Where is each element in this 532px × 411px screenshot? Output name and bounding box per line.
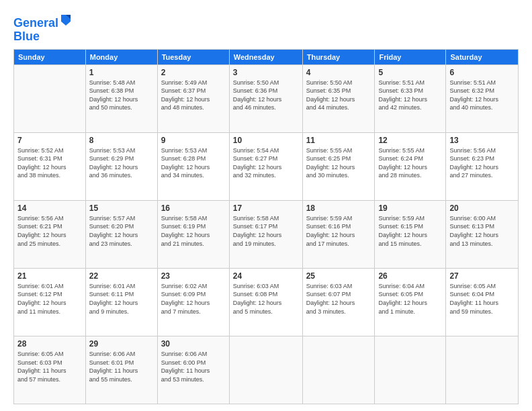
day-info: Sunrise: 6:00 AM Sunset: 6:13 PM Dayligh… [449, 214, 515, 248]
day-info: Sunrise: 6:02 AM Sunset: 6:09 PM Dayligh… [161, 282, 226, 316]
calendar-cell: 22Sunrise: 6:01 AM Sunset: 6:11 PM Dayli… [85, 268, 157, 336]
calendar-cell: 23Sunrise: 6:02 AM Sunset: 6:09 PM Dayli… [157, 268, 229, 336]
header-wednesday: Wednesday [229, 49, 302, 64]
calendar-cell: 21Sunrise: 6:01 AM Sunset: 6:12 PM Dayli… [14, 268, 86, 336]
day-number: 1 [89, 68, 154, 77]
calendar-cell: 10Sunrise: 5:54 AM Sunset: 6:27 PM Dayli… [229, 132, 302, 200]
logo-general: General [13, 16, 58, 30]
header-friday: Friday [375, 49, 446, 64]
calendar-cell: 16Sunrise: 5:58 AM Sunset: 6:19 PM Dayli… [157, 200, 229, 268]
day-info: Sunrise: 6:04 AM Sunset: 6:05 PM Dayligh… [378, 282, 442, 316]
day-info: Sunrise: 6:06 AM Sunset: 6:01 PM Dayligh… [89, 350, 154, 383]
day-number: 23 [161, 271, 226, 281]
day-info: Sunrise: 5:57 AM Sunset: 6:20 PM Dayligh… [89, 214, 154, 248]
day-info: Sunrise: 5:54 AM Sunset: 6:27 PM Dayligh… [233, 146, 299, 180]
calendar-cell: 29Sunrise: 6:06 AM Sunset: 6:01 PM Dayli… [85, 336, 157, 404]
day-info: Sunrise: 5:58 AM Sunset: 6:17 PM Dayligh… [233, 214, 299, 248]
day-number: 15 [89, 203, 154, 213]
day-info: Sunrise: 6:05 AM Sunset: 6:03 PM Dayligh… [17, 350, 82, 383]
calendar-cell: 5Sunrise: 5:51 AM Sunset: 6:33 PM Daylig… [375, 64, 446, 132]
calendar-cell: 24Sunrise: 6:03 AM Sunset: 6:08 PM Dayli… [229, 268, 302, 336]
day-number: 7 [17, 136, 82, 145]
day-number: 12 [378, 136, 442, 145]
logo: General Blue [13, 12, 72, 44]
day-info: Sunrise: 6:06 AM Sunset: 6:00 PM Dayligh… [161, 350, 226, 383]
header-saturday: Saturday [446, 49, 519, 64]
day-number: 5 [378, 68, 442, 77]
day-info: Sunrise: 6:01 AM Sunset: 6:12 PM Dayligh… [17, 282, 82, 316]
calendar-cell: 28Sunrise: 6:05 AM Sunset: 6:03 PM Dayli… [14, 336, 86, 404]
day-info: Sunrise: 5:50 AM Sunset: 6:35 PM Dayligh… [306, 79, 371, 112]
day-info: Sunrise: 6:05 AM Sunset: 6:04 PM Dayligh… [449, 282, 515, 316]
day-number: 30 [161, 339, 226, 349]
calendar-cell [229, 336, 302, 404]
week-row-0: 1Sunrise: 5:48 AM Sunset: 6:38 PM Daylig… [14, 64, 519, 132]
calendar-cell: 4Sunrise: 5:50 AM Sunset: 6:35 PM Daylig… [302, 64, 375, 132]
day-number: 11 [306, 136, 371, 145]
day-number: 14 [17, 203, 82, 213]
day-info: Sunrise: 6:03 AM Sunset: 6:07 PM Dayligh… [306, 282, 371, 316]
logo-text: General [13, 12, 72, 30]
day-info: Sunrise: 5:49 AM Sunset: 6:37 PM Dayligh… [161, 79, 226, 112]
day-number: 6 [449, 68, 515, 77]
day-number: 8 [89, 136, 154, 145]
day-number: 10 [233, 136, 299, 145]
day-number: 26 [378, 271, 442, 281]
calendar-cell: 2Sunrise: 5:49 AM Sunset: 6:37 PM Daylig… [157, 64, 229, 132]
day-number: 16 [161, 203, 226, 213]
calendar-cell: 11Sunrise: 5:55 AM Sunset: 6:25 PM Dayli… [302, 132, 375, 200]
day-info: Sunrise: 5:52 AM Sunset: 6:31 PM Dayligh… [17, 146, 82, 180]
day-number: 22 [89, 271, 154, 281]
calendar-cell [446, 336, 519, 404]
calendar-cell: 13Sunrise: 5:56 AM Sunset: 6:23 PM Dayli… [446, 132, 519, 200]
week-row-3: 21Sunrise: 6:01 AM Sunset: 6:12 PM Dayli… [14, 268, 519, 336]
day-info: Sunrise: 5:53 AM Sunset: 6:29 PM Dayligh… [89, 146, 154, 180]
week-row-4: 28Sunrise: 6:05 AM Sunset: 6:03 PM Dayli… [14, 336, 519, 404]
calendar-cell: 20Sunrise: 6:00 AM Sunset: 6:13 PM Dayli… [446, 200, 519, 268]
header-monday: Monday [85, 49, 157, 64]
calendar-cell [14, 64, 86, 132]
day-info: Sunrise: 6:01 AM Sunset: 6:11 PM Dayligh… [89, 282, 154, 316]
day-number: 9 [161, 136, 226, 145]
page: General Blue SundayMondayTuesdayWednesda… [0, 0, 532, 411]
header-thursday: Thursday [302, 49, 375, 64]
day-info: Sunrise: 5:53 AM Sunset: 6:28 PM Dayligh… [161, 146, 226, 180]
header-sunday: Sunday [14, 49, 86, 64]
day-number: 20 [449, 203, 515, 213]
header: General Blue [13, 12, 519, 44]
day-number: 18 [306, 203, 371, 213]
day-number: 4 [306, 68, 371, 77]
logo-blue: Blue [13, 30, 72, 44]
day-info: Sunrise: 5:55 AM Sunset: 6:24 PM Dayligh… [378, 146, 442, 180]
calendar-cell: 7Sunrise: 5:52 AM Sunset: 6:31 PM Daylig… [14, 132, 86, 200]
day-number: 24 [233, 271, 299, 281]
day-info: Sunrise: 5:58 AM Sunset: 6:19 PM Dayligh… [161, 214, 226, 248]
calendar-cell: 26Sunrise: 6:04 AM Sunset: 6:05 PM Dayli… [375, 268, 446, 336]
calendar-cell: 8Sunrise: 5:53 AM Sunset: 6:29 PM Daylig… [85, 132, 157, 200]
logo-icon [60, 12, 72, 27]
calendar-cell [302, 336, 375, 404]
calendar-cell: 27Sunrise: 6:05 AM Sunset: 6:04 PM Dayli… [446, 268, 519, 336]
calendar-cell: 9Sunrise: 5:53 AM Sunset: 6:28 PM Daylig… [157, 132, 229, 200]
calendar-cell: 1Sunrise: 5:48 AM Sunset: 6:38 PM Daylig… [85, 64, 157, 132]
calendar-header-row: SundayMondayTuesdayWednesdayThursdayFrid… [14, 49, 519, 64]
day-number: 2 [161, 68, 226, 77]
day-info: Sunrise: 5:55 AM Sunset: 6:25 PM Dayligh… [306, 146, 371, 180]
day-number: 21 [17, 271, 82, 281]
calendar-cell: 6Sunrise: 5:51 AM Sunset: 6:32 PM Daylig… [446, 64, 519, 132]
day-info: Sunrise: 5:59 AM Sunset: 6:15 PM Dayligh… [378, 214, 442, 248]
day-info: Sunrise: 5:51 AM Sunset: 6:33 PM Dayligh… [378, 79, 442, 112]
day-number: 25 [306, 271, 371, 281]
calendar-table: SundayMondayTuesdayWednesdayThursdayFrid… [13, 49, 519, 404]
week-row-2: 14Sunrise: 5:56 AM Sunset: 6:21 PM Dayli… [14, 200, 519, 268]
day-number: 29 [89, 339, 154, 349]
calendar-cell: 17Sunrise: 5:58 AM Sunset: 6:17 PM Dayli… [229, 200, 302, 268]
calendar-cell: 14Sunrise: 5:56 AM Sunset: 6:21 PM Dayli… [14, 200, 86, 268]
day-number: 17 [233, 203, 299, 213]
day-info: Sunrise: 5:56 AM Sunset: 6:23 PM Dayligh… [449, 146, 515, 180]
day-info: Sunrise: 5:50 AM Sunset: 6:36 PM Dayligh… [233, 79, 299, 112]
day-info: Sunrise: 5:56 AM Sunset: 6:21 PM Dayligh… [17, 214, 82, 248]
calendar-cell: 19Sunrise: 5:59 AM Sunset: 6:15 PM Dayli… [375, 200, 446, 268]
day-info: Sunrise: 5:51 AM Sunset: 6:32 PM Dayligh… [449, 79, 515, 112]
week-row-1: 7Sunrise: 5:52 AM Sunset: 6:31 PM Daylig… [14, 132, 519, 200]
